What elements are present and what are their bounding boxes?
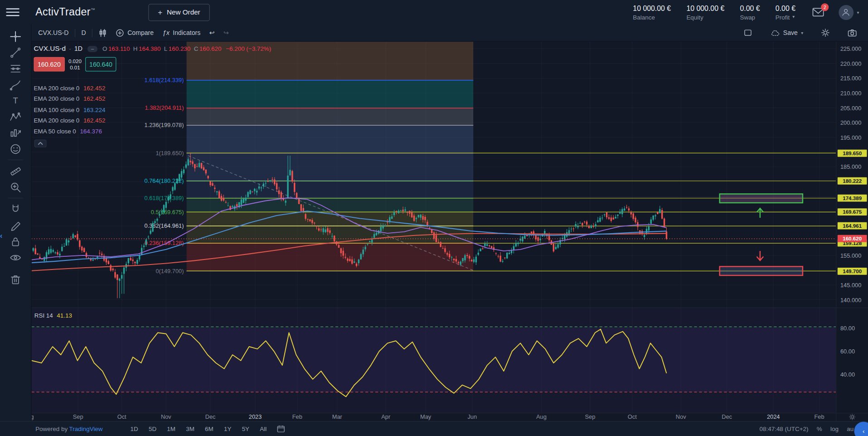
- month-label: Nov: [676, 413, 686, 420]
- indicator-row[interactable]: EMA 200 close 0162.452: [34, 115, 271, 126]
- range-1m[interactable]: 1M: [163, 425, 180, 434]
- chevron-down-icon: ▾: [801, 30, 803, 35]
- range-1d[interactable]: 1D: [126, 425, 143, 434]
- indicator-row[interactable]: EMA 50 close 0164.376: [34, 126, 271, 137]
- trash-icon: [10, 273, 22, 285]
- range-3m[interactable]: 3M: [181, 425, 199, 434]
- zoom-in-icon: [10, 181, 22, 193]
- range-buttons: 1D 5D 1M 3M 6M 1Y 5Y All: [126, 425, 271, 434]
- account-menu-button[interactable]: ▾: [839, 5, 859, 20]
- main-content: T: [0, 24, 868, 421]
- notification-badge: 2: [821, 3, 829, 11]
- magnet-icon: [10, 203, 22, 216]
- auto-scale-button[interactable]: au: [847, 426, 853, 432]
- fib-level-label: 0.382(164.961): [145, 222, 184, 229]
- symbol-search-button[interactable]: CVX.US-D: [34, 28, 73, 38]
- year-label: 2023: [249, 413, 262, 420]
- go-to-date-button[interactable]: [276, 425, 285, 433]
- text-icon: T: [10, 94, 22, 107]
- chart-style-button[interactable]: [94, 27, 112, 39]
- hide-all-tool[interactable]: [6, 250, 25, 265]
- fib-retracement-tool[interactable]: [6, 60, 25, 76]
- indicator-row[interactable]: EMA 100 close 0163.224: [34, 104, 271, 115]
- fib-price-label: 169.675: [838, 208, 867, 216]
- clock-display[interactable]: 08:47:48 (UTC+2): [760, 426, 809, 432]
- undo-button[interactable]: ↩: [205, 27, 219, 38]
- interval-button[interactable]: D: [77, 28, 91, 38]
- pattern-tool[interactable]: [6, 108, 25, 124]
- app-logo: ActivTrader™: [35, 6, 95, 18]
- month-label: Oct: [117, 413, 126, 420]
- month-label: May: [420, 413, 432, 420]
- down-arrow-drawing[interactable]: [757, 251, 764, 260]
- cursor-crosshair-tool[interactable]: [6, 28, 25, 44]
- current-price-label: 160.620: [838, 235, 867, 242]
- brush-tool[interactable]: [6, 77, 25, 93]
- snapshot-button[interactable]: [843, 27, 861, 39]
- toolbar-separator: [75, 29, 75, 37]
- percent-scale-button[interactable]: %: [817, 426, 822, 432]
- compare-button[interactable]: Compare: [112, 27, 158, 39]
- forecast-tool[interactable]: [6, 125, 25, 141]
- chart-settings-button[interactable]: [816, 27, 834, 39]
- chart-area[interactable]: 1.618(214.339)1.382(204.911)1.236(199.07…: [32, 42, 868, 421]
- time-axis-settings-icon[interactable]: [849, 413, 856, 421]
- lock-all-tool[interactable]: [6, 233, 25, 249]
- indicator-row[interactable]: EMA 200 close 0162.452: [34, 83, 271, 93]
- indicators-button[interactable]: ƒx Indicators: [158, 27, 205, 38]
- rsi-legend[interactable]: RSI 14 41.13: [34, 312, 72, 319]
- tradingview-link[interactable]: TradingView: [69, 426, 103, 432]
- range-1y[interactable]: 1Y: [219, 425, 236, 434]
- indicator-row[interactable]: EMA 200 close 0162.452: [34, 93, 271, 104]
- sell-price-button[interactable]: 160.620: [34, 57, 64, 72]
- price-axis-tick: 155.000: [840, 252, 861, 259]
- buy-price-button[interactable]: 160.640: [86, 57, 116, 72]
- user-icon: [841, 7, 851, 17]
- trend-line-tool[interactable]: [6, 44, 25, 60]
- range-6m[interactable]: 6M: [200, 425, 218, 434]
- price-axis[interactable]: 225.000220.000215.000210.000205.000200.0…: [836, 42, 868, 421]
- measure-tool[interactable]: [6, 163, 25, 179]
- chevron-up-icon: [38, 142, 43, 145]
- price-axis-tick: 210.000: [840, 90, 861, 97]
- range-5y[interactable]: 5Y: [238, 425, 254, 434]
- range-5d[interactable]: 5D: [144, 425, 161, 434]
- support-zone-rect[interactable]: [720, 266, 803, 275]
- toolbar-divider: [8, 160, 23, 160]
- toolbar-separator: [92, 29, 92, 37]
- legend-collapse-button[interactable]: [34, 139, 47, 147]
- panel-expand-chevron[interactable]: ‹: [0, 232, 2, 240]
- new-order-button[interactable]: + New Order: [148, 4, 209, 21]
- profit-stat[interactable]: 0.00 € Profit▾: [776, 4, 795, 20]
- fib-level-label: 0.5(169.675): [151, 209, 184, 216]
- resistance-zone-rect[interactable]: [720, 194, 803, 203]
- range-all[interactable]: All: [256, 425, 271, 434]
- legend-separator: ·: [69, 45, 71, 52]
- remove-all-tool[interactable]: [6, 271, 25, 287]
- save-layout-button[interactable]: Save ▾: [766, 27, 808, 38]
- magnet-tool[interactable]: [6, 201, 25, 217]
- chart-toolbar: CVX.US-D D Compare ƒx Indicators ↩ ↪: [32, 24, 868, 42]
- drawing-mode-tool[interactable]: [6, 217, 25, 233]
- legend-more-button[interactable]: –: [87, 46, 97, 52]
- emoji-tool[interactable]: [6, 141, 25, 157]
- notifications-button[interactable]: 2: [812, 7, 824, 17]
- crosshair-icon: [10, 30, 22, 43]
- layout-button[interactable]: [739, 27, 756, 39]
- forecast-icon: [10, 127, 22, 139]
- help-bubble-button[interactable]: ‹: [854, 421, 868, 436]
- layout-icon: [743, 28, 752, 37]
- undo-icon: ↩: [209, 29, 215, 37]
- log-scale-button[interactable]: log: [830, 426, 839, 432]
- text-tool[interactable]: T: [6, 93, 25, 108]
- zoom-in-tool[interactable]: [6, 179, 25, 195]
- time-axis[interactable]: ugSepOctNovDec2023FebMarAprMayJunAugSepO…: [32, 413, 824, 420]
- legend-symbol[interactable]: CVX.US-d: [34, 45, 65, 53]
- month-label: Feb: [814, 413, 824, 420]
- target-zones[interactable]: [720, 194, 803, 275]
- up-arrow-drawing[interactable]: [757, 208, 764, 218]
- month-label: Mar: [332, 413, 343, 420]
- rsi-axis-tick: 60.00: [840, 348, 855, 355]
- main-menu-button[interactable]: [5, 4, 21, 21]
- redo-button[interactable]: ↪: [219, 27, 233, 38]
